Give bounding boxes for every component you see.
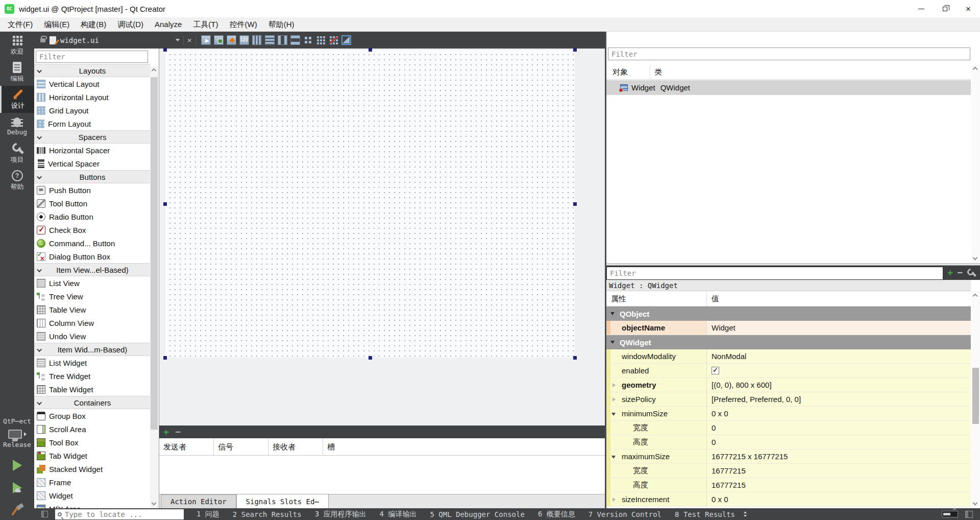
- widget-box-row[interactable]: Tab Widget: [34, 449, 151, 462]
- signal-column-header[interactable]: 槽: [323, 438, 605, 455]
- object-column-header[interactable]: 对象: [606, 64, 650, 79]
- remove-dynamic-property-button[interactable]: −: [957, 266, 963, 280]
- widget-box-row[interactable]: Frame: [34, 476, 151, 489]
- signal-column-header[interactable]: 信号: [214, 438, 268, 455]
- widget-box-row[interactable]: Containers: [34, 396, 151, 409]
- widget-box-row[interactable]: Spacers: [34, 130, 151, 144]
- widget-box-row[interactable]: Buttons: [34, 170, 151, 183]
- signal-column-header[interactable]: 发送者: [159, 438, 214, 455]
- output-pane-button[interactable]: 1 问题: [190, 510, 226, 519]
- build-button[interactable]: [11, 504, 24, 517]
- output-pane-button[interactable]: 8 Test Results: [668, 510, 742, 518]
- widget-box-row[interactable]: Radio Button: [34, 210, 151, 223]
- kit-selector-label[interactable]: QtP⋯ect: [3, 417, 31, 425]
- widget-box-row[interactable]: Widget: [34, 489, 151, 502]
- signal-column-header[interactable]: 接收者: [268, 438, 323, 455]
- widget-box-row[interactable]: MDI Area: [34, 502, 151, 508]
- mode-debug[interactable]: Debug: [0, 113, 34, 140]
- add-signal-button[interactable]: +: [163, 426, 169, 438]
- widget-box-row[interactable]: Vertical Layout: [34, 77, 151, 90]
- menu-item[interactable]: 编辑(E): [38, 17, 75, 32]
- tab-action-editor[interactable]: Action Editor: [161, 494, 236, 508]
- object-inspector-row-selected[interactable]: Widget QWidget: [606, 80, 971, 95]
- property-row[interactable]: 高度 16777215: [606, 478, 971, 492]
- menu-item[interactable]: 工具(T): [187, 17, 224, 32]
- widget-box-row[interactable]: Tree View: [34, 290, 151, 303]
- property-row[interactable]: QObject: [606, 306, 971, 321]
- property-expand-chevron-icon[interactable]: [611, 456, 616, 459]
- enabled-checkbox[interactable]: [712, 367, 719, 374]
- resize-handle-middle-right[interactable]: [573, 202, 577, 206]
- menu-item[interactable]: 构建(B): [75, 17, 112, 32]
- property-row[interactable]: 宽度 16777215: [606, 464, 971, 478]
- scrollbar-thumb[interactable]: [972, 368, 979, 424]
- minimize-button[interactable]: [910, 0, 933, 17]
- widget-box-scrollbar[interactable]: [150, 66, 158, 508]
- widget-box-filter-input[interactable]: [36, 51, 148, 63]
- property-filter-input[interactable]: [606, 267, 943, 280]
- restore-button[interactable]: [933, 0, 957, 17]
- property-row[interactable]: maximumSize 16777215 x 16777215: [606, 450, 971, 464]
- layout-horizontally-icon[interactable]: [252, 35, 262, 45]
- widget-box-row[interactable]: Table View: [34, 303, 151, 316]
- layout-horizontal-splitter-icon[interactable]: [278, 35, 287, 45]
- resize-handle-top-right[interactable]: [573, 48, 577, 52]
- property-editor-scrollbar[interactable]: [971, 291, 980, 508]
- widget-box-row[interactable]: List Widget: [34, 356, 151, 369]
- edit-widgets-icon[interactable]: [201, 35, 211, 45]
- mode-welcome[interactable]: 欢迎: [0, 32, 34, 59]
- scrollbar-thumb[interactable]: [151, 77, 158, 430]
- output-pane-button[interactable]: 6 概要信息: [531, 510, 582, 519]
- resize-handle-bottom-right[interactable]: [573, 356, 577, 360]
- property-row[interactable]: minimumSize 0 x 0: [606, 407, 971, 421]
- widget-box-row[interactable]: List View: [34, 276, 151, 290]
- widget-box-row[interactable]: Form Layout: [34, 117, 151, 130]
- break-layout-icon[interactable]: [329, 35, 338, 45]
- resize-handle-top-left[interactable]: [163, 48, 167, 52]
- property-row[interactable]: enabled: [606, 364, 971, 378]
- widget-box-row[interactable]: Vertical Spacer: [34, 157, 151, 170]
- resize-handle-top-middle[interactable]: [369, 48, 372, 52]
- adjust-size-icon[interactable]: [341, 35, 351, 45]
- menu-item[interactable]: 调试(D): [112, 17, 149, 32]
- locator-box[interactable]: [55, 509, 184, 519]
- widget-box-row[interactable]: Push Button: [34, 183, 151, 197]
- close-button[interactable]: ×: [957, 0, 980, 17]
- layout-form-icon[interactable]: [303, 35, 313, 45]
- property-expand-chevron-icon[interactable]: [610, 312, 615, 315]
- scroll-up-button[interactable]: [971, 291, 979, 299]
- lock-icon[interactable]: [40, 38, 45, 42]
- output-pane-button[interactable]: 7 Version Control: [582, 510, 668, 518]
- object-inspector-scrollbar[interactable]: [971, 64, 980, 263]
- edit-tab-order-icon[interactable]: [239, 35, 249, 45]
- widget-box-row[interactable]: Layouts: [34, 64, 151, 77]
- layout-vertically-icon[interactable]: [265, 35, 275, 45]
- build-progress-indicator[interactable]: [942, 511, 958, 517]
- tab-signals-slots-editor[interactable]: Signals Slots Ed⋯: [236, 494, 329, 508]
- widget-box-row[interactable]: Column View: [34, 316, 151, 329]
- widget-box-row[interactable]: Check Box: [34, 223, 151, 237]
- run-button[interactable]: [13, 460, 22, 471]
- layout-grid-icon[interactable]: [316, 35, 326, 45]
- widget-box-row[interactable]: Tree Widget: [34, 369, 151, 383]
- edit-signals-slots-icon[interactable]: [214, 35, 224, 45]
- property-row[interactable]: objectName Widget: [606, 321, 971, 335]
- property-row[interactable]: sizePolicy [Preferred, Preferred, 0, 0]: [606, 392, 971, 407]
- widget-box-row[interactable]: Item View...el-Based): [34, 263, 151, 276]
- add-dynamic-property-button[interactable]: +: [947, 266, 953, 280]
- form-design-canvas[interactable]: [165, 50, 575, 358]
- output-pane-button[interactable]: 2 Search Results: [226, 510, 308, 518]
- close-document-icon[interactable]: ×: [187, 36, 192, 44]
- class-column-header[interactable]: 类: [650, 64, 971, 79]
- widget-box-row[interactable]: Tool Button: [34, 197, 151, 210]
- menu-item[interactable]: 文件(F): [2, 17, 38, 32]
- property-expand-chevron-icon[interactable]: [610, 341, 615, 344]
- mode-projects[interactable]: 项目: [0, 140, 34, 167]
- menu-item[interactable]: 帮助(H): [263, 17, 300, 32]
- widget-box-row[interactable]: Undo View: [34, 329, 151, 343]
- mode-help[interactable]: 帮助: [0, 167, 34, 194]
- widget-box-row[interactable]: Tool Box: [34, 436, 151, 449]
- widget-box-row[interactable]: Command... Button: [34, 237, 151, 250]
- widget-box-row[interactable]: Horizontal Layout: [34, 90, 151, 104]
- widget-box-row[interactable]: Item Wid...m-Based): [34, 343, 151, 356]
